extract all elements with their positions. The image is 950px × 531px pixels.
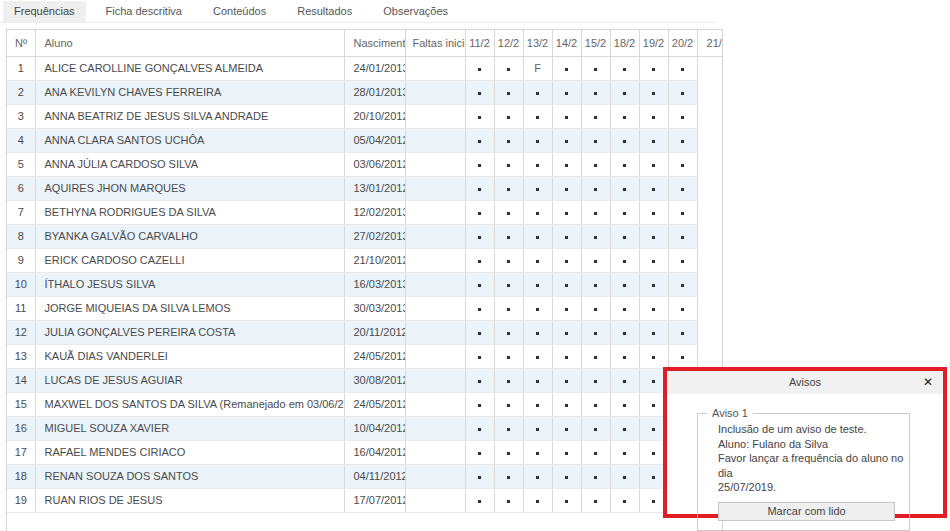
attendance-cell[interactable] — [639, 80, 668, 104]
attendance-cell[interactable] — [465, 176, 494, 200]
attendance-cell[interactable] — [494, 80, 523, 104]
attendance-cell[interactable] — [494, 128, 523, 152]
attendance-cell[interactable] — [523, 200, 552, 224]
attendance-cell[interactable] — [465, 128, 494, 152]
attendance-cell[interactable] — [668, 272, 697, 296]
attendance-cell[interactable] — [523, 344, 552, 368]
tab-conteudos[interactable]: Conteúdos — [202, 1, 277, 22]
attendance-cell[interactable] — [552, 464, 581, 488]
attendance-cell[interactable] — [552, 176, 581, 200]
attendance-cell[interactable] — [610, 320, 639, 344]
attendance-cell[interactable] — [523, 80, 552, 104]
attendance-cell[interactable] — [610, 488, 639, 512]
attendance-cell[interactable] — [668, 104, 697, 128]
close-icon[interactable]: ✕ — [923, 371, 933, 394]
attendance-cell[interactable] — [494, 392, 523, 416]
attendance-cell[interactable] — [610, 392, 639, 416]
attendance-cell[interactable] — [668, 128, 697, 152]
attendance-cell[interactable] — [610, 56, 639, 80]
attendance-cell[interactable] — [523, 368, 552, 392]
attendance-cell[interactable] — [639, 152, 668, 176]
attendance-cell[interactable] — [465, 224, 494, 248]
attendance-cell[interactable] — [610, 200, 639, 224]
attendance-cell[interactable] — [465, 368, 494, 392]
attendance-cell[interactable] — [465, 200, 494, 224]
attendance-cell[interactable] — [552, 80, 581, 104]
attendance-cell[interactable] — [552, 104, 581, 128]
attendance-cell[interactable] — [494, 200, 523, 224]
attendance-cell[interactable] — [523, 488, 552, 512]
attendance-cell[interactable] — [581, 56, 610, 80]
attendance-cell[interactable]: F — [523, 56, 552, 80]
attendance-cell[interactable] — [581, 272, 610, 296]
attendance-cell[interactable] — [523, 224, 552, 248]
attendance-cell[interactable] — [581, 344, 610, 368]
attendance-cell[interactable] — [581, 368, 610, 392]
attendance-cell[interactable] — [465, 56, 494, 80]
attendance-cell[interactable] — [581, 416, 610, 440]
mark-as-read-button[interactable]: Marcar com lido — [718, 502, 895, 521]
attendance-cell[interactable] — [552, 272, 581, 296]
attendance-cell[interactable] — [639, 344, 668, 368]
attendance-cell[interactable] — [668, 176, 697, 200]
attendance-cell[interactable] — [494, 272, 523, 296]
attendance-cell[interactable] — [494, 248, 523, 272]
attendance-cell[interactable] — [610, 416, 639, 440]
attendance-cell[interactable] — [610, 272, 639, 296]
attendance-cell[interactable] — [610, 368, 639, 392]
attendance-cell[interactable] — [581, 464, 610, 488]
attendance-cell[interactable] — [668, 56, 697, 80]
tab-ficha-descritiva[interactable]: Ficha descritiva — [95, 1, 193, 22]
attendance-cell[interactable] — [552, 248, 581, 272]
tab-frequencias[interactable]: Frequências — [3, 1, 86, 22]
attendance-cell[interactable] — [494, 296, 523, 320]
attendance-cell[interactable] — [668, 152, 697, 176]
attendance-cell[interactable] — [639, 272, 668, 296]
attendance-cell[interactable] — [523, 176, 552, 200]
attendance-cell[interactable] — [494, 416, 523, 440]
attendance-cell[interactable] — [465, 392, 494, 416]
attendance-cell[interactable] — [581, 176, 610, 200]
attendance-cell[interactable] — [639, 224, 668, 248]
attendance-cell[interactable] — [668, 248, 697, 272]
attendance-cell[interactable] — [494, 344, 523, 368]
attendance-cell[interactable] — [465, 104, 494, 128]
attendance-cell[interactable] — [610, 176, 639, 200]
attendance-cell[interactable] — [639, 296, 668, 320]
attendance-cell[interactable] — [552, 56, 581, 80]
attendance-cell[interactable] — [552, 200, 581, 224]
attendance-cell[interactable] — [610, 464, 639, 488]
attendance-cell[interactable] — [581, 104, 610, 128]
attendance-cell[interactable] — [610, 152, 639, 176]
attendance-cell[interactable] — [552, 440, 581, 464]
attendance-cell[interactable] — [465, 488, 494, 512]
attendance-cell[interactable] — [581, 80, 610, 104]
attendance-cell[interactable] — [610, 248, 639, 272]
attendance-cell[interactable] — [523, 248, 552, 272]
attendance-cell[interactable] — [610, 128, 639, 152]
attendance-cell[interactable] — [494, 176, 523, 200]
attendance-cell[interactable] — [465, 464, 494, 488]
attendance-cell[interactable] — [668, 200, 697, 224]
attendance-cell[interactable] — [610, 440, 639, 464]
attendance-cell[interactable] — [668, 296, 697, 320]
attendance-cell[interactable] — [523, 320, 552, 344]
attendance-cell[interactable] — [494, 56, 523, 80]
attendance-cell[interactable] — [581, 152, 610, 176]
attendance-cell[interactable] — [523, 416, 552, 440]
attendance-cell[interactable] — [465, 296, 494, 320]
attendance-cell[interactable] — [639, 128, 668, 152]
attendance-cell[interactable] — [552, 344, 581, 368]
attendance-cell[interactable] — [523, 128, 552, 152]
attendance-cell[interactable] — [610, 80, 639, 104]
attendance-cell[interactable] — [552, 296, 581, 320]
attendance-cell[interactable] — [639, 200, 668, 224]
attendance-cell[interactable] — [581, 320, 610, 344]
attendance-cell[interactable] — [581, 248, 610, 272]
attendance-cell[interactable] — [523, 440, 552, 464]
attendance-cell[interactable] — [465, 344, 494, 368]
attendance-cell[interactable] — [523, 296, 552, 320]
attendance-cell[interactable] — [523, 104, 552, 128]
attendance-cell[interactable] — [494, 152, 523, 176]
attendance-cell[interactable] — [523, 272, 552, 296]
